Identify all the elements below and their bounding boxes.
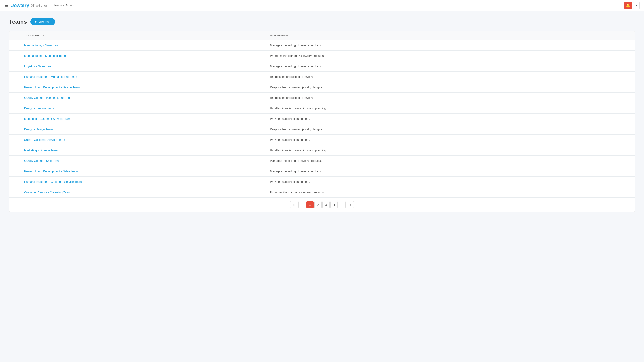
row-action-menu-icon[interactable]: ⋮	[13, 190, 17, 194]
row-description-cell: Manages the selling of jewelry products.	[266, 166, 635, 177]
user-dropdown-button[interactable]: ▾	[633, 2, 640, 9]
team-description: Responsible for creating jewelry designs…	[270, 86, 323, 89]
row-actions-cell: ⋮	[9, 145, 20, 156]
row-actions-cell: ⋮	[9, 124, 20, 134]
col-team-name-header: Team Name ▼	[20, 31, 266, 40]
app-logo: Jewelry	[11, 3, 29, 8]
table-row: ⋮ Design - Finance Team Handles financia…	[9, 103, 635, 113]
table-row: ⋮ Human Resources - Customer Service Tea…	[9, 177, 635, 187]
breadcrumb-current: Teams	[66, 4, 74, 7]
breadcrumb: Home » Teams	[54, 4, 74, 7]
breadcrumb-home[interactable]: Home	[54, 4, 62, 7]
pagination-first[interactable]: «	[290, 201, 298, 208]
row-team-name-cell: Sales - Customer Service Team	[20, 134, 266, 145]
row-actions-cell: ⋮	[9, 103, 20, 113]
table-row: ⋮ Quality Control - Manufacturing Team H…	[9, 92, 635, 103]
table-row: ⋮ Manufacturing - Sales Team Manages the…	[9, 40, 635, 50]
row-actions-cell: ⋮	[9, 40, 20, 50]
row-description-cell: Provides support to customers.	[266, 177, 635, 187]
row-action-menu-icon[interactable]: ⋮	[13, 95, 17, 100]
row-description-cell: Handles the production of jewelry.	[266, 92, 635, 103]
teams-table-body: ⋮ Manufacturing - Sales Team Manages the…	[9, 40, 635, 198]
row-action-menu-icon[interactable]: ⋮	[13, 148, 17, 152]
row-action-menu-icon[interactable]: ⋮	[13, 179, 17, 184]
row-description-cell: Manages the selling of jewelry products.	[266, 156, 635, 166]
team-name-link[interactable]: Marketing - Customer Service Team	[24, 117, 70, 120]
team-name-link[interactable]: Human Resources - Manufacturing Team	[24, 75, 77, 78]
filter-icon[interactable]: ▼	[42, 34, 45, 37]
table-row: ⋮ Quality Control - Sales Team Manages t…	[9, 156, 635, 166]
row-action-menu-icon[interactable]: ⋮	[13, 43, 17, 47]
team-name-link[interactable]: Customer Service - Marketing Team	[24, 191, 70, 194]
row-description-cell: Manages the selling of jewelry products.	[266, 61, 635, 71]
row-action-menu-icon[interactable]: ⋮	[13, 53, 17, 58]
team-name-link[interactable]: Design - Finance Team	[24, 107, 54, 110]
team-name-link[interactable]: Design - Design Team	[24, 128, 53, 131]
table-row: ⋮ Manufacturing - Marketing Team Promote…	[9, 50, 635, 61]
team-description: Manages the selling of jewelry products.	[270, 170, 322, 173]
row-actions-cell: ⋮	[9, 177, 20, 187]
page-header: Teams + New team	[9, 18, 635, 25]
table-row: ⋮ Marketing - Finance Team Handles finan…	[9, 145, 635, 156]
pagination-next[interactable]: ›	[338, 201, 346, 208]
team-description: Promotes the company's jewelry products.	[270, 54, 324, 57]
team-name-link[interactable]: Research and Development - Design Team	[24, 86, 80, 89]
team-name-link[interactable]: Manufacturing - Marketing Team	[24, 54, 66, 57]
notifications-button[interactable]: 🔔	[624, 2, 632, 9]
new-team-button[interactable]: + New team	[30, 18, 55, 25]
table-row: ⋮ Marketing - Customer Service Team Prov…	[9, 113, 635, 124]
new-team-label: New team	[38, 20, 51, 23]
row-action-menu-icon[interactable]: ⋮	[13, 137, 17, 142]
row-action-menu-icon[interactable]: ⋮	[13, 64, 17, 68]
row-team-name-cell: Design - Finance Team	[20, 103, 266, 113]
app-header: ☰ Jewelry OfficeSeries Home » Teams 🔔 ▾	[0, 0, 644, 11]
row-team-name-cell: Design - Design Team	[20, 124, 266, 134]
team-description: Manages the selling of jewelry products.	[270, 43, 322, 47]
col-actions-header	[9, 31, 20, 40]
page-title: Teams	[9, 18, 27, 25]
team-name-link[interactable]: Marketing - Finance Team	[24, 149, 58, 152]
team-name-link[interactable]: Research and Development - Sales Team	[24, 170, 78, 173]
teams-table: Team Name ▼ Description ⋮ Manufacturing …	[9, 31, 635, 197]
team-name-link[interactable]: Human Resources - Customer Service Team	[24, 180, 82, 183]
row-action-menu-icon[interactable]: ⋮	[13, 127, 17, 131]
row-action-menu-icon[interactable]: ⋮	[13, 169, 17, 173]
row-team-name-cell: Manufacturing - Marketing Team	[20, 50, 266, 61]
team-name-link[interactable]: Quality Control - Manufacturing Team	[24, 96, 72, 99]
row-actions-cell: ⋮	[9, 113, 20, 124]
row-team-name-cell: Marketing - Finance Team	[20, 145, 266, 156]
row-team-name-cell: Research and Development - Design Team	[20, 82, 266, 92]
row-description-cell: Provides support to customers.	[266, 134, 635, 145]
team-name-link[interactable]: Quality Control - Sales Team	[24, 159, 61, 162]
pagination-last[interactable]: »	[346, 201, 354, 208]
row-action-menu-icon[interactable]: ⋮	[13, 116, 17, 121]
team-description: Handles the production of jewelry.	[270, 96, 314, 99]
pagination-prev[interactable]: ‹	[298, 201, 306, 208]
row-description-cell: Handles financial transactions and plann…	[266, 145, 635, 156]
row-team-name-cell: Quality Control - Manufacturing Team	[20, 92, 266, 103]
team-name-link[interactable]: Manufacturing - Sales Team	[24, 43, 60, 47]
pagination-page-2[interactable]: 2	[314, 201, 322, 208]
row-description-cell: Promotes the company's jewelry products.	[266, 50, 635, 61]
menu-icon[interactable]: ☰	[4, 3, 8, 8]
row-action-menu-icon[interactable]: ⋮	[13, 74, 17, 79]
row-team-name-cell: Human Resources - Manufacturing Team	[20, 71, 266, 82]
row-description-cell: Handles financial transactions and plann…	[266, 103, 635, 113]
pagination-page-3[interactable]: 3	[322, 201, 330, 208]
team-description: Provides support to customers.	[270, 138, 310, 141]
row-team-name-cell: Research and Development - Sales Team	[20, 166, 266, 177]
team-name-link[interactable]: Sales - Customer Service Team	[24, 138, 65, 141]
row-action-menu-icon[interactable]: ⋮	[13, 158, 17, 163]
table-header-row: Team Name ▼ Description	[9, 31, 635, 40]
team-name-link[interactable]: Logistics - Sales Team	[24, 64, 53, 68]
pagination-page-1[interactable]: 1	[306, 201, 314, 208]
row-actions-cell: ⋮	[9, 50, 20, 61]
row-team-name-cell: Marketing - Customer Service Team	[20, 113, 266, 124]
row-action-menu-icon[interactable]: ⋮	[13, 106, 17, 110]
table-row: ⋮ Research and Development - Design Team…	[9, 82, 635, 92]
col-description-header: Description	[266, 31, 635, 40]
pagination-page-4[interactable]: 4	[330, 201, 338, 208]
row-description-cell: Manages the selling of jewelry products.	[266, 40, 635, 50]
page-content: Teams + New team Team Name ▼ Description	[0, 11, 644, 219]
row-action-menu-icon[interactable]: ⋮	[13, 85, 17, 89]
